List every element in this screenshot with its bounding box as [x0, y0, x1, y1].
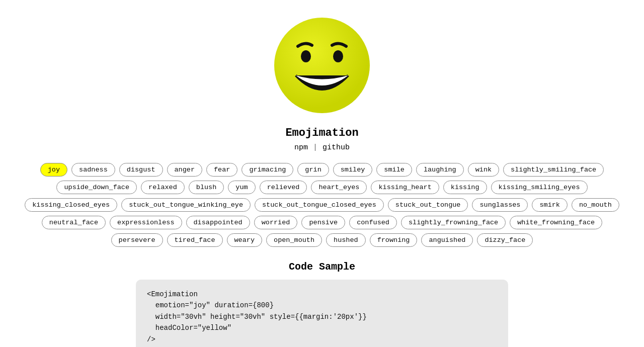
tag-dizzy_face[interactable]: dizzy_face: [477, 233, 533, 247]
tag-smiley[interactable]: smiley: [333, 163, 373, 177]
tag-disgust[interactable]: disgust: [119, 163, 163, 177]
tag-slightly_smiling_face[interactable]: slightly_smiling_face: [503, 163, 604, 177]
tag-tired_face[interactable]: tired_face: [167, 233, 223, 247]
tag-heart_eyes[interactable]: heart_eyes: [311, 181, 367, 194]
tag-weary[interactable]: weary: [227, 233, 263, 247]
tag-kissing_smiling_eyes[interactable]: kissing_smiling_eyes: [491, 181, 588, 194]
link-separator: |: [313, 143, 317, 152]
tag-wink[interactable]: wink: [468, 163, 499, 177]
tag-open_mouth[interactable]: open_mouth: [266, 233, 322, 247]
links-row: npm | github: [294, 143, 350, 152]
code-block: <Emojimation emotion="joy" duration={800…: [136, 280, 508, 347]
tag-anger[interactable]: anger: [167, 163, 203, 177]
tag-anguished[interactable]: anguished: [421, 233, 473, 247]
tag-worried[interactable]: worried: [254, 216, 298, 229]
tag-grimacing[interactable]: grimacing: [242, 163, 293, 177]
tag-relaxed[interactable]: relaxed: [141, 181, 185, 194]
tag-white_frowning_face[interactable]: white_frowning_face: [510, 216, 602, 229]
tag-kissing_closed_eyes[interactable]: kissing_closed_eyes: [25, 198, 117, 212]
tag-stuck_out_tongue_winking_eye[interactable]: stuck_out_tongue_winking_eye: [121, 198, 251, 212]
tag-no_mouth[interactable]: no_mouth: [572, 198, 619, 212]
tag-confused[interactable]: confused: [349, 216, 397, 229]
tag-stuck_out_tongue_closed_eyes[interactable]: stuck_out_tongue_closed_eyes: [255, 198, 384, 212]
code-sample-title: Code Sample: [136, 261, 508, 273]
tag-hushed[interactable]: hushed: [326, 233, 366, 247]
tag-blush[interactable]: blush: [189, 181, 224, 194]
tag-upside_down_face[interactable]: upside_down_face: [56, 181, 137, 194]
svg-point-1: [301, 50, 311, 62]
tag-neutral_face[interactable]: neutral_face: [42, 216, 106, 229]
tag-fear[interactable]: fear: [206, 163, 237, 177]
tag-frowning[interactable]: frowning: [370, 233, 418, 247]
tag-kissing[interactable]: kissing: [443, 181, 487, 194]
tag-persevere[interactable]: persevere: [111, 233, 163, 247]
tag-relieved[interactable]: relieved: [260, 181, 307, 194]
svg-point-0: [274, 18, 370, 113]
emoji-display: [272, 15, 372, 118]
app-title: Emojimation: [285, 127, 358, 139]
tag-expressionless[interactable]: expressionless: [110, 216, 182, 229]
code-section: Code Sample <Emojimation emotion="joy" d…: [136, 261, 508, 347]
svg-point-2: [333, 50, 343, 62]
tag-grin[interactable]: grin: [297, 163, 329, 177]
emoji-svg: [272, 15, 372, 116]
github-link[interactable]: github: [323, 143, 350, 152]
tag-pensive[interactable]: pensive: [301, 216, 345, 229]
tag-laughing[interactable]: laughing: [416, 163, 464, 177]
tag-disappointed[interactable]: disappointed: [186, 216, 250, 229]
npm-link[interactable]: npm: [294, 143, 308, 152]
tag-kissing_heart[interactable]: kissing_heart: [371, 181, 439, 194]
tag-stuck_out_tongue[interactable]: stuck_out_tongue: [388, 198, 468, 212]
tag-smile[interactable]: smile: [376, 163, 412, 177]
tag-yum[interactable]: yum: [228, 181, 255, 194]
tag-sadness[interactable]: sadness: [71, 163, 115, 177]
tag-joy[interactable]: joy: [40, 163, 67, 177]
tag-sunglasses[interactable]: sunglasses: [472, 198, 528, 212]
tag-slightly_frowning_face[interactable]: slightly_frowning_face: [401, 216, 506, 229]
tag-smirk[interactable]: smirk: [532, 198, 568, 212]
tags-container: joysadnessdisgustangerfeargrimacinggrins…: [20, 163, 624, 247]
